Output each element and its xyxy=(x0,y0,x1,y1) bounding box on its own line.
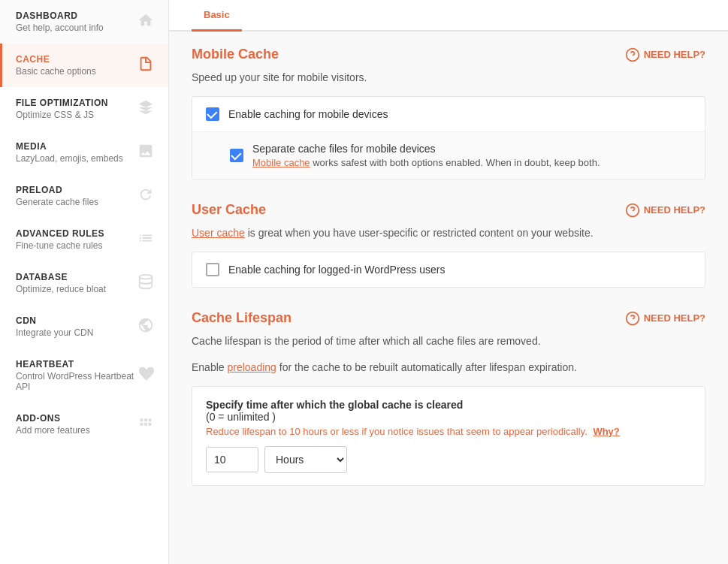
mobile-cache-title: Mobile Cache xyxy=(192,47,279,62)
sidebar-item-heartbeat[interactable]: HEARTBEAT Control WordPress Heartbeat AP… xyxy=(0,348,168,403)
svg-point-0 xyxy=(140,274,153,279)
help-circle-icon xyxy=(625,47,640,62)
doc-icon xyxy=(137,56,155,76)
user-cache-header: User Cache NEED HELP? xyxy=(192,202,705,218)
user-cache-options: Enable caching for logged-in WordPress u… xyxy=(192,252,705,288)
cache-lifespan-need-help-button[interactable]: NEED HELP? xyxy=(625,311,705,326)
mobile-cache-section: Mobile Cache NEED HELP? Speed up your si… xyxy=(192,47,705,179)
sidebar: DASHBOARD Get help, account info CACHE B… xyxy=(0,0,169,564)
cache-lifespan-box-title: Specify time after which the global cach… xyxy=(206,399,691,423)
sidebar-item-cache-title: CACHE xyxy=(16,54,96,65)
sidebar-item-cdn-subtitle: Integrate your CDN xyxy=(16,327,93,338)
mobile-cache-need-help-label: NEED HELP? xyxy=(644,49,705,60)
help-circle-icon-3 xyxy=(625,311,640,326)
sidebar-item-db-title: DATABASE xyxy=(16,272,106,282)
mobile-cache-link[interactable]: Mobile cache xyxy=(252,157,310,168)
layers-icon xyxy=(137,99,155,119)
mobile-cache-header: Mobile Cache NEED HELP? xyxy=(192,47,705,62)
home-icon xyxy=(137,12,155,32)
user-cache-title: User Cache xyxy=(192,202,266,218)
tab-basic[interactable]: Basic xyxy=(192,0,242,32)
mobile-cache-option-1-checkbox[interactable] xyxy=(206,107,219,121)
user-cache-option-1-row: Enable caching for logged-in WordPress u… xyxy=(192,252,705,287)
sidebar-item-add-ons[interactable]: ADD-ONS Add more features xyxy=(0,403,168,446)
mobile-cache-option-1-row: Enable caching for mobile devices xyxy=(192,97,705,132)
sidebar-item-dashboard-title: DASHBOARD xyxy=(16,11,104,21)
cache-lifespan-value-input[interactable] xyxy=(206,447,258,472)
sidebar-item-advanced-rules[interactable]: ADVANCED RULES Fine-tune cache rules xyxy=(0,218,168,261)
content-area: Mobile Cache NEED HELP? Speed up your si… xyxy=(169,32,728,523)
mobile-cache-need-help-button[interactable]: NEED HELP? xyxy=(625,47,705,62)
sidebar-item-dashboard[interactable]: DASHBOARD Get help, account info xyxy=(0,0,168,44)
sidebar-item-cdn[interactable]: CDN Integrate your CDN xyxy=(0,305,168,348)
heartbeat-icon xyxy=(138,366,155,386)
user-cache-section: User Cache NEED HELP? User cache is grea… xyxy=(192,202,705,288)
cache-lifespan-desc1: Cache lifespan is the period of time aft… xyxy=(192,333,705,349)
cache-lifespan-hint: Reduce lifespan to 10 hours or less if y… xyxy=(206,426,691,437)
user-cache-description: User cache is great when you have user-s… xyxy=(192,225,705,241)
sidebar-item-cache-subtitle: Basic cache options xyxy=(16,66,96,77)
help-circle-icon-2 xyxy=(625,203,640,218)
mobile-cache-description: Speed up your site for mobile visitors. xyxy=(192,70,705,86)
user-cache-link[interactable]: User cache xyxy=(192,227,245,239)
user-cache-need-help-label: NEED HELP? xyxy=(644,204,705,216)
sidebar-item-adv-subtitle: Fine-tune cache rules xyxy=(16,240,104,251)
mobile-cache-option-2-row: Separate cache files for mobile devices … xyxy=(192,132,705,179)
sidebar-item-preload-title: PRELOAD xyxy=(16,185,98,195)
user-cache-need-help-button[interactable]: NEED HELP? xyxy=(625,203,705,218)
sidebar-item-media-subtitle: LazyLoad, emojis, embeds xyxy=(16,153,123,164)
sidebar-item-file-optimization[interactable]: FILE OPTIMIZATION Optimize CSS & JS xyxy=(0,87,168,131)
sidebar-item-preload-subtitle: Generate cache files xyxy=(16,197,98,207)
cache-lifespan-header: Cache Lifespan NEED HELP? xyxy=(192,310,705,326)
image-icon xyxy=(137,143,155,163)
cache-lifespan-controls: Minutes Hours Days xyxy=(206,446,691,473)
database-icon xyxy=(137,273,155,294)
mobile-cache-option-1-label: Enable caching for mobile devices xyxy=(228,108,388,120)
preloading-link[interactable]: preloading xyxy=(227,361,276,373)
globe-icon xyxy=(137,317,155,337)
mobile-cache-option-2-subtext: Mobile cache works safest with both opti… xyxy=(252,157,600,168)
cache-lifespan-box-subtitle: (0 = unlimited ) xyxy=(206,411,276,423)
mobile-cache-options: Enable caching for mobile devices Separa… xyxy=(192,96,705,179)
list-icon xyxy=(137,230,155,250)
refresh-icon xyxy=(137,186,155,207)
cache-lifespan-desc2: Enable preloading for the cache to be re… xyxy=(192,360,705,375)
tab-bar: Basic xyxy=(169,0,728,32)
sidebar-item-cache[interactable]: CACHE Basic cache options xyxy=(0,44,168,87)
sidebar-item-media-title: MEDIA xyxy=(16,141,123,152)
cache-lifespan-section: Cache Lifespan NEED HELP? Cache lifespan… xyxy=(192,310,705,486)
cache-lifespan-box: Specify time after which the global cach… xyxy=(192,386,705,486)
sidebar-item-db-subtitle: Optimize, reduce bloat xyxy=(16,284,106,294)
sidebar-item-media[interactable]: MEDIA LazyLoad, emojis, embeds xyxy=(0,131,168,174)
sidebar-item-cdn-title: CDN xyxy=(16,315,93,326)
sidebar-item-file-opt-subtitle: Optimize CSS & JS xyxy=(16,110,108,120)
sidebar-item-hb-subtitle: Control WordPress Heartbeat API xyxy=(16,371,138,392)
sidebar-item-dashboard-subtitle: Get help, account info xyxy=(16,23,104,33)
user-cache-option-1-checkbox[interactable] xyxy=(206,263,219,276)
sidebar-item-addons-subtitle: Add more features xyxy=(16,425,90,436)
sidebar-item-addons-title: ADD-ONS xyxy=(16,413,90,424)
user-cache-option-1-label: Enable caching for logged-in WordPress u… xyxy=(228,264,445,276)
grid-icon xyxy=(137,415,155,435)
mobile-cache-option-2-checkbox[interactable] xyxy=(230,149,243,162)
sidebar-item-adv-title: ADVANCED RULES xyxy=(16,228,104,239)
sidebar-item-hb-title: HEARTBEAT xyxy=(16,359,138,369)
sidebar-item-file-opt-title: FILE OPTIMIZATION xyxy=(16,98,108,108)
cache-lifespan-title: Cache Lifespan xyxy=(192,310,292,326)
why-link[interactable]: Why? xyxy=(593,426,619,437)
cache-lifespan-need-help-label: NEED HELP? xyxy=(644,312,705,324)
sidebar-item-database[interactable]: DATABASE Optimize, reduce bloat xyxy=(0,261,168,305)
mobile-cache-option-2-label: Separate cache files for mobile devices xyxy=(252,143,600,155)
cache-lifespan-unit-select[interactable]: Minutes Hours Days xyxy=(264,446,347,473)
sidebar-item-preload[interactable]: PRELOAD Generate cache files xyxy=(0,174,168,218)
main-content: Basic Mobile Cache NEED HELP? Speed up y… xyxy=(169,0,728,564)
